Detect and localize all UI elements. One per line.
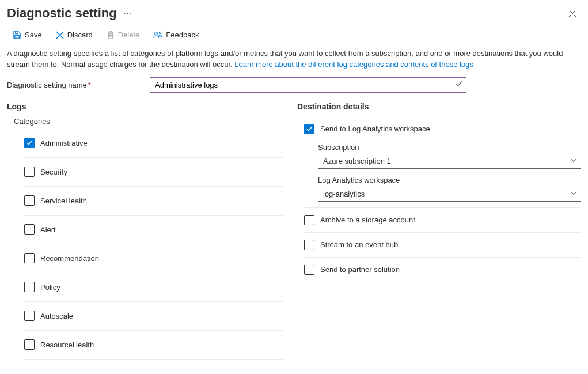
category-row: Autoscale <box>24 302 283 331</box>
learn-more-link[interactable]: Learn more about the different log categ… <box>234 60 473 69</box>
save-button[interactable]: Save <box>10 29 44 40</box>
close-icon <box>568 9 576 17</box>
category-label: Security <box>40 168 67 176</box>
category-label: Policy <box>40 283 60 292</box>
logs-heading: Logs <box>7 102 283 111</box>
dest-log-analytics-details: Subscription Azure subscription 1 Log An… <box>304 137 581 208</box>
feedback-button[interactable]: Feedback <box>151 29 201 40</box>
categories-list: AdministrativeSecurityServiceHealthAlert… <box>24 129 283 360</box>
category-checkbox[interactable] <box>24 195 35 206</box>
category-label: ServiceHealth <box>40 197 87 205</box>
feedback-icon <box>153 31 162 39</box>
dest-storage-checkbox[interactable] <box>304 215 314 225</box>
category-row: ResourceHealth <box>24 331 283 360</box>
dest-partner-label: Send to partner solution <box>320 265 400 274</box>
setting-name-input[interactable] <box>150 77 466 93</box>
category-checkbox[interactable] <box>24 282 35 292</box>
category-label: Recommendation <box>40 254 99 263</box>
category-label: Administrative <box>40 139 88 148</box>
category-label: Alert <box>40 225 56 234</box>
setting-name-row: Diagnostic setting name* <box>0 75 588 99</box>
logs-column: Logs Categories AdministrativeSecuritySe… <box>7 102 283 360</box>
dest-log-analytics-label: Send to Log Analytics workspace <box>320 124 430 133</box>
category-row: Policy <box>24 273 283 302</box>
workspace-label: Log Analytics workspace <box>318 176 581 184</box>
delete-icon <box>107 31 115 39</box>
category-checkbox[interactable] <box>24 339 35 350</box>
dest-eventhub-row: Stream to an event hub <box>304 233 581 258</box>
dest-eventhub-label: Stream to an event hub <box>320 240 398 249</box>
category-checkbox[interactable] <box>24 253 35 263</box>
svg-point-0 <box>155 32 158 35</box>
dest-eventhub-checkbox[interactable] <box>304 240 314 250</box>
svg-point-1 <box>160 32 161 33</box>
destinations-heading: Destination details <box>297 102 581 111</box>
subscription-select[interactable]: Azure subscription 1 <box>318 154 581 169</box>
more-icon[interactable]: ··· <box>124 9 132 18</box>
dest-partner-checkbox[interactable] <box>304 265 314 275</box>
category-label: Autoscale <box>40 312 73 320</box>
discard-button[interactable]: Discard <box>54 29 95 40</box>
setting-name-field <box>150 77 466 93</box>
category-checkbox[interactable] <box>24 224 35 235</box>
dest-storage-row: Archive to a storage account <box>304 208 581 233</box>
categories-heading: Categories <box>14 117 283 126</box>
category-row: Alert <box>24 216 283 244</box>
subscription-label: Subscription <box>318 143 581 152</box>
dest-storage-label: Archive to a storage account <box>320 216 415 224</box>
page-header: Diagnostic setting ··· <box>0 0 588 23</box>
delete-button: Delete <box>104 29 142 40</box>
chevron-down-icon <box>570 157 577 165</box>
save-icon <box>13 31 21 39</box>
dest-log-analytics-checkbox[interactable] <box>304 124 314 134</box>
category-row: ServiceHealth <box>24 187 283 216</box>
chevron-down-icon <box>570 190 577 198</box>
page-title-text: Diagnostic setting <box>7 6 117 21</box>
destinations-column: Destination details Send to Log Analytic… <box>297 102 581 360</box>
dest-partner-row: Send to partner solution <box>304 258 581 282</box>
category-row: Recommendation <box>24 244 283 273</box>
category-label: ResourceHealth <box>40 341 94 349</box>
category-row: Administrative <box>24 129 283 158</box>
destinations-list: Send to Log Analytics workspace Subscrip… <box>304 117 581 282</box>
command-bar: Save Discard Delete Feedback <box>0 23 588 46</box>
description-text: A diagnostic setting specifies a list of… <box>0 46 588 75</box>
category-checkbox[interactable] <box>24 311 35 321</box>
discard-icon <box>56 31 64 39</box>
close-button[interactable] <box>566 7 579 20</box>
setting-name-label: Diagnostic setting name* <box>7 81 150 89</box>
page-title: Diagnostic setting ··· <box>7 6 132 21</box>
category-row: Security <box>24 158 283 187</box>
category-checkbox[interactable] <box>24 138 35 148</box>
workspace-select[interactable]: log-analytics <box>318 187 581 202</box>
required-indicator: * <box>88 81 91 89</box>
category-checkbox[interactable] <box>24 167 35 177</box>
dest-log-analytics-row: Send to Log Analytics workspace <box>304 117 581 137</box>
